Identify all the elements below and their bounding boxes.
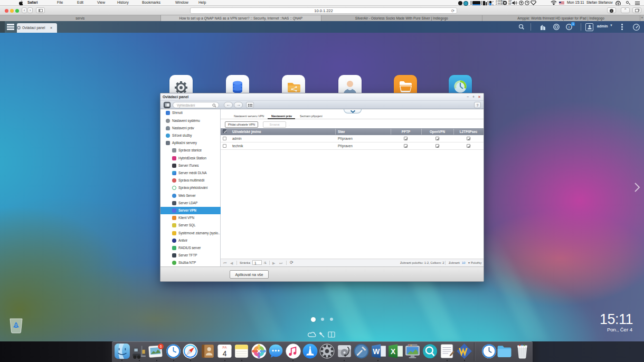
- svg-text:W: W: [373, 347, 380, 356]
- svg-text:X: X: [391, 347, 396, 356]
- svg-text:6: 6: [160, 344, 162, 348]
- svg-text:i: i: [569, 25, 570, 30]
- svg-text:4: 4: [223, 349, 227, 357]
- svg-text:JUL: JUL: [222, 345, 228, 348]
